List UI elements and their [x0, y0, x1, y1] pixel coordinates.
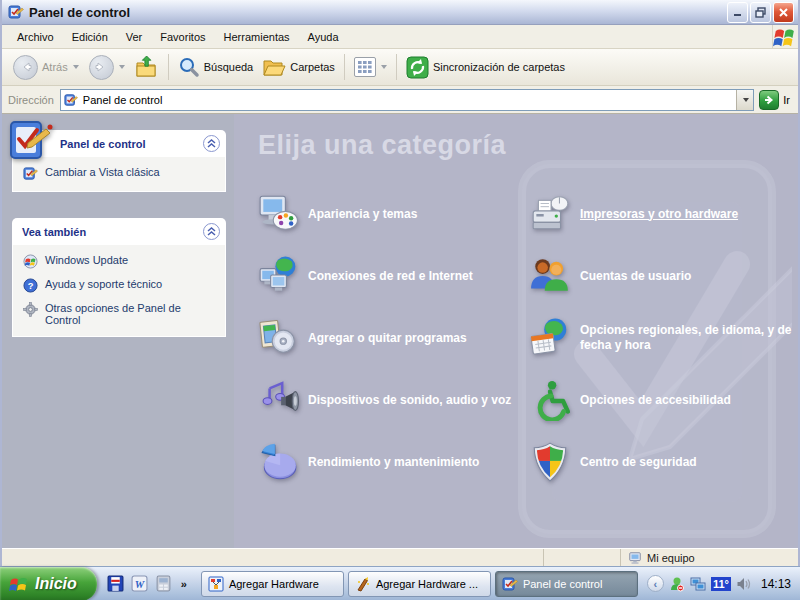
- status-section-zone: Mi equipo: [620, 549, 798, 566]
- toolbar: Atrás Búsqueda Carpetas: [2, 49, 798, 86]
- weather-temperature-badge[interactable]: 11°: [711, 577, 731, 591]
- messenger-icon[interactable]: [669, 576, 685, 592]
- page-title: Elija una categoría: [258, 130, 798, 161]
- add-remove-programs-icon: [256, 317, 300, 359]
- close-button[interactable]: [773, 2, 794, 23]
- back-dropdown-icon[interactable]: [73, 65, 79, 69]
- category-add-remove-programs[interactable]: Agregar o quitar programas: [256, 307, 528, 369]
- menu-ver[interactable]: Ver: [117, 27, 152, 47]
- word-icon[interactable]: W: [131, 575, 148, 592]
- volume-icon[interactable]: [736, 576, 752, 592]
- sounds-audio-icon: [256, 379, 300, 421]
- back-icon: [13, 55, 38, 80]
- appearance-themes-icon: [256, 193, 300, 235]
- search-icon: [178, 56, 200, 78]
- gear-icon: [23, 302, 38, 317]
- back-button[interactable]: Atrás: [8, 52, 84, 83]
- views-icon: [354, 57, 376, 77]
- chevron-up-icon[interactable]: [203, 223, 220, 240]
- start-button[interactable]: Inicio: [0, 567, 97, 600]
- address-bar: Dirección Panel de control Ir: [2, 86, 798, 114]
- svg-text:?: ?: [28, 281, 34, 291]
- category-printers-hardware[interactable]: Impresoras y otro hardware: [528, 183, 798, 245]
- task-agregar-hardware[interactable]: Agregar Hardware: [201, 571, 344, 597]
- title-bar: Panel de control: [2, 0, 798, 25]
- menu-ayuda[interactable]: Ayuda: [299, 27, 348, 47]
- category-label: Agregar o quitar programas: [308, 331, 467, 346]
- quick-launch-overflow-chevron[interactable]: »: [181, 578, 187, 590]
- category-security-center[interactable]: Centro de seguridad: [528, 431, 798, 493]
- menu-archivo[interactable]: Archivo: [8, 27, 63, 47]
- category-accessibility[interactable]: Opciones de accesibilidad: [528, 369, 798, 431]
- sync-label: Sincronización de carpetas: [433, 61, 565, 73]
- address-input[interactable]: Panel de control: [60, 89, 754, 111]
- forward-dropdown-icon[interactable]: [119, 65, 125, 69]
- sidebar-item-label: Ayuda y soporte técnico: [45, 278, 162, 290]
- views-dropdown-icon[interactable]: [381, 65, 387, 69]
- panel-header: Vea también: [12, 218, 226, 245]
- category-grid: Apariencia y temas Impresoras y otro har…: [256, 183, 798, 493]
- menu-herramientas[interactable]: Herramientas: [215, 27, 299, 47]
- category-label: Dispositivos de sonido, audio y voz: [308, 393, 511, 408]
- category-appearance-themes[interactable]: Apariencia y temas: [256, 183, 528, 245]
- control-panel-icon: [502, 576, 518, 592]
- sidebar-item-classic-view[interactable]: Cambiar a Vista clásica: [23, 166, 217, 181]
- task-label: Agregar Hardware: [229, 578, 319, 590]
- task-agregar-hardware-2[interactable]: Agregar Hardware ...: [348, 571, 491, 597]
- chevron-up-icon[interactable]: [203, 135, 220, 152]
- category-label: Cuentas de usuario: [580, 269, 691, 284]
- folders-label: Carpetas: [290, 61, 335, 73]
- menu-favoritos[interactable]: Favoritos: [151, 27, 214, 47]
- category-label: Rendimiento y mantenimiento: [308, 455, 479, 470]
- status-bar: Mi equipo: [2, 548, 798, 566]
- restore-button[interactable]: [750, 2, 771, 23]
- main-area: Elija una categoría Apariencia y temas I…: [234, 114, 798, 548]
- accessibility-icon: [528, 379, 572, 421]
- address-label: Dirección: [8, 94, 54, 106]
- sidebar-item-label: Otras opciones de Panel de Control: [45, 302, 217, 326]
- category-sounds-audio[interactable]: Dispositivos de sonido, audio y voz: [256, 369, 528, 431]
- sidebar-item-windows-update[interactable]: Windows Update: [23, 254, 217, 269]
- hardware-wizard-icon: [208, 576, 224, 592]
- category-performance-maintenance[interactable]: Rendimiento y mantenimiento: [256, 431, 528, 493]
- sidebar-item-other-options[interactable]: Otras opciones de Panel de Control: [23, 302, 217, 326]
- sync-folders-button[interactable]: Sincronización de carpetas: [401, 53, 570, 82]
- folders-icon: [263, 57, 286, 77]
- windows-logo-icon: [772, 25, 798, 49]
- forward-button[interactable]: [84, 52, 130, 83]
- up-button[interactable]: [130, 52, 164, 82]
- regional-options-icon: [528, 317, 572, 359]
- taskbar: Inicio W » Agregar Hardware Agregar Hard…: [0, 566, 800, 600]
- sidebar-item-help-support[interactable]: ? Ayuda y soporte técnico: [23, 278, 217, 293]
- performance-icon: [256, 441, 300, 483]
- tray-collapse-chevron[interactable]: ‹: [647, 575, 664, 592]
- menu-edicion[interactable]: Edición: [63, 27, 117, 47]
- network-internet-icon: [256, 255, 300, 297]
- start-label: Inicio: [35, 575, 77, 593]
- address-dropdown-button[interactable]: [736, 90, 753, 110]
- taskbar-clock[interactable]: 14:13: [761, 577, 791, 591]
- app-icon[interactable]: [155, 575, 172, 592]
- search-button[interactable]: Búsqueda: [173, 53, 259, 81]
- folders-button[interactable]: Carpetas: [258, 54, 340, 80]
- task-panel-de-control[interactable]: Panel de control: [495, 571, 638, 597]
- minimize-button[interactable]: [727, 2, 748, 23]
- category-user-accounts[interactable]: Cuentas de usuario: [528, 245, 798, 307]
- network-icon[interactable]: [690, 576, 706, 592]
- back-label: Atrás: [42, 61, 68, 73]
- category-regional-options[interactable]: Opciones regionales, de idioma, y de fec…: [528, 307, 798, 369]
- quick-launch-bar: W »: [97, 575, 195, 592]
- category-label: Apariencia y temas: [308, 207, 417, 222]
- views-button[interactable]: [349, 54, 392, 80]
- panel-title: Vea también: [22, 226, 203, 238]
- address-value: Panel de control: [83, 94, 736, 106]
- go-button[interactable]: Ir: [759, 90, 794, 110]
- user-accounts-icon: [528, 255, 572, 297]
- panel-title: Panel de control: [60, 138, 203, 150]
- status-section-middle: [543, 549, 620, 566]
- save-icon[interactable]: [107, 575, 124, 592]
- category-label: Opciones de accesibilidad: [580, 393, 731, 408]
- printers-hardware-icon: [528, 193, 572, 235]
- category-network-internet[interactable]: Conexiones de red e Internet: [256, 245, 528, 307]
- sync-icon: [406, 56, 429, 79]
